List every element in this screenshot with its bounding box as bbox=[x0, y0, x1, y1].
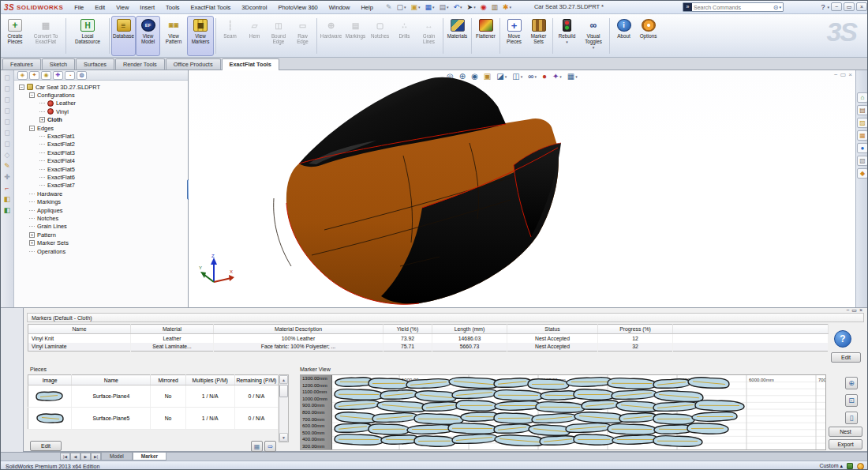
menu-tools[interactable]: Tools bbox=[161, 2, 185, 13]
sheet-nav-button[interactable]: |◀ bbox=[60, 453, 70, 461]
column-header[interactable]: Remaining (P/M) bbox=[234, 375, 278, 385]
table-row[interactable]: Surface-Plane5No1 / N/A0 / N/A bbox=[28, 408, 279, 430]
piece-grid-view-button[interactable]: ▦ bbox=[251, 441, 263, 452]
close-button[interactable]: × bbox=[856, 2, 867, 11]
column-header[interactable]: Material Description bbox=[214, 325, 383, 334]
column-header[interactable]: Name bbox=[28, 325, 131, 334]
ribbon-button-options[interactable]: Options bbox=[636, 16, 660, 56]
ribbon-button-flattener[interactable]: Flattener bbox=[473, 16, 498, 56]
menu-exactflat-tools[interactable]: ExactFlat Tools bbox=[186, 2, 236, 13]
sheet-nav-button[interactable]: ▶ bbox=[80, 453, 91, 461]
print-button[interactable]: ▤▾ bbox=[438, 3, 451, 12]
search-input[interactable] bbox=[692, 5, 773, 10]
menu-insert[interactable]: Insert bbox=[135, 2, 159, 13]
dimxpertmanager-tab-icon[interactable]: ✚ bbox=[53, 71, 63, 80]
ribbon-button-notches[interactable]: ▢Notches bbox=[368, 16, 392, 56]
ribbon-button-rebuild[interactable]: Rebuild▾ bbox=[555, 16, 579, 56]
table-row[interactable]: Vinyl LaminateSeat Laminate...Face fabri… bbox=[28, 343, 829, 352]
standard-view-cube-1-icon[interactable]: ◻ bbox=[2, 72, 13, 82]
tree-item-marker-sets[interactable]: +Marker Sets bbox=[16, 239, 188, 246]
nest-button[interactable]: Nest bbox=[829, 427, 862, 437]
marker-view-canvas[interactable]: 1300.00mm1200.00mm1100.00mm1000.00mm900.… bbox=[300, 374, 826, 450]
ribbon-button-move-pieces[interactable]: +Move Pieces bbox=[502, 16, 526, 56]
ribbon-button-convert-to-exactflat[interactable]: ▦Convert To ExactFlat bbox=[28, 16, 64, 56]
tree-item-leather[interactable]: Leather bbox=[16, 100, 188, 107]
scroll-down-icon[interactable]: ▼ bbox=[279, 433, 288, 442]
standard-view-cube-6-icon[interactable]: ◻ bbox=[2, 127, 13, 137]
tree-item-edges[interactable]: −Edges bbox=[16, 124, 188, 132]
solidworks-resources-icon[interactable]: ⌂ bbox=[857, 92, 868, 103]
tab-sketch[interactable]: Sketch bbox=[42, 58, 75, 70]
sketch-tool-icon[interactable]: ✎ bbox=[2, 160, 13, 171]
tree-item-exactflat5[interactable]: ExactFlat5 bbox=[16, 165, 188, 173]
ribbon-button-markings[interactable]: ▤Markings bbox=[343, 16, 368, 56]
select-button[interactable]: ➤▾ bbox=[466, 3, 477, 12]
standard-view-cube-8-icon[interactable]: ◇ bbox=[2, 149, 13, 160]
search-icon[interactable]: ⊙ bbox=[773, 4, 780, 11]
search-dropdown-icon[interactable]: ▾ bbox=[779, 5, 783, 9]
dropdown-icon[interactable]: ▾ bbox=[575, 74, 578, 79]
collapse-toggle-icon[interactable]: − bbox=[29, 126, 35, 131]
ribbon-button-about[interactable]: iAbout bbox=[612, 16, 636, 56]
ribbon-button-marker-sets[interactable]: Marker Sets bbox=[526, 16, 551, 56]
column-header[interactable]: Material bbox=[131, 325, 214, 334]
car-seat-model[interactable] bbox=[236, 75, 575, 306]
viewport-3d[interactable]: ◎⊕◉▣◪▾◫▾∞▾●✦▾▦▾ − ▭ × bbox=[189, 70, 855, 307]
expand-toggle-icon[interactable]: + bbox=[39, 117, 45, 122]
configurationmanager-tab-icon[interactable]: ◉ bbox=[41, 71, 51, 80]
tree-item-vinyl[interactable]: Vinyl bbox=[16, 107, 188, 115]
doc-minimize-icon[interactable]: − bbox=[834, 71, 838, 78]
tab-office-products[interactable]: Office Products bbox=[166, 58, 221, 70]
ribbon-button-hardware[interactable]: ⊕Hardware bbox=[319, 16, 343, 56]
standard-view-cube-7-icon[interactable]: ◻ bbox=[2, 138, 13, 149]
tree-item-exactflat2[interactable]: ExactFlat2 bbox=[16, 141, 188, 149]
scroll-thumb[interactable] bbox=[279, 385, 288, 397]
table-row[interactable]: Vinyl KnitLeather100% Leather73.9214686.… bbox=[28, 334, 829, 343]
dropdown-icon[interactable]: ▾ bbox=[593, 45, 595, 50]
dropdown-icon[interactable]: ▾ bbox=[404, 5, 406, 9]
restore-button[interactable]: ▭ bbox=[844, 2, 855, 11]
exactflat-cube-2-icon[interactable]: ◧ bbox=[2, 205, 13, 215]
menu-view[interactable]: View bbox=[111, 2, 133, 13]
tab-features[interactable]: Features bbox=[2, 58, 41, 70]
column-header[interactable]: Mirrored bbox=[151, 375, 185, 385]
marker-delete-button[interactable]: ▯ bbox=[845, 412, 858, 424]
exactflat-cube-1-icon[interactable]: ◧ bbox=[2, 194, 13, 204]
propertymanager-tab-icon[interactable]: ✦ bbox=[29, 71, 39, 80]
doc-restore-icon[interactable]: ▭ bbox=[840, 71, 847, 78]
sheet-nav-button[interactable]: ▶| bbox=[91, 453, 101, 461]
tree-item-car-seat-3d-27-sldprt[interactable]: −Car Seat 3D.27.SLDPRT bbox=[16, 83, 188, 91]
exactflat-manager-tab-icon[interactable]: ◍ bbox=[77, 71, 87, 80]
rebuild-button[interactable]: ◉ bbox=[479, 3, 488, 12]
table-row[interactable]: Surface-Plane4No1 / N/A0 / N/A bbox=[28, 385, 279, 408]
tab-render-tools[interactable]: Render Tools bbox=[115, 58, 165, 70]
column-header[interactable]: Yield (%) bbox=[383, 325, 432, 334]
sheet-nav-button[interactable]: ◀ bbox=[70, 453, 80, 461]
tree-item-exactflat7[interactable]: ExactFlat7 bbox=[16, 182, 188, 190]
ribbon-button-database[interactable]: ≡Database bbox=[111, 16, 136, 56]
view-palette-icon[interactable]: ▦ bbox=[857, 130, 868, 141]
help-button[interactable]: ? bbox=[834, 330, 851, 348]
ribbon-button-grain-lines[interactable]: ↔Grain Lines bbox=[417, 16, 441, 56]
custom-properties-icon[interactable]: ▧ bbox=[857, 156, 868, 166]
new-document-button[interactable]: ▢▾ bbox=[395, 3, 407, 12]
menu-edit[interactable]: Edit bbox=[90, 2, 110, 13]
dropdown-icon[interactable]: ▾ bbox=[460, 5, 462, 9]
tree-item-cloth[interactable]: +Cloth bbox=[16, 116, 188, 124]
pin-menu-button[interactable]: ✎ bbox=[384, 3, 394, 12]
dropdown-icon[interactable]: ▾ bbox=[566, 39, 568, 44]
save-button[interactable]: ▦▾ bbox=[423, 3, 436, 12]
column-header[interactable]: Progress (%) bbox=[598, 325, 673, 334]
search-box[interactable]: » ⊙ ▾ bbox=[683, 2, 784, 12]
ribbon-button-hem[interactable]: ▱Hem bbox=[242, 16, 267, 56]
tree-item-operations[interactable]: Operations bbox=[16, 247, 188, 255]
sheet-tab-marker[interactable]: Marker bbox=[133, 453, 166, 461]
tree-item-exactflat4[interactable]: ExactFlat4 bbox=[16, 157, 188, 165]
ribbon-button-view-pattern[interactable]: ▣▣View Pattern bbox=[160, 16, 187, 56]
standard-view-cube-3-icon[interactable]: ◻ bbox=[2, 94, 13, 104]
pieces-scrollbar[interactable]: ▲ ▼ bbox=[279, 374, 289, 442]
dropdown-icon[interactable]: ▾ bbox=[418, 5, 421, 9]
tree-item-hardware[interactable]: Hardware bbox=[16, 190, 188, 197]
ribbon-button-create-pieces[interactable]: +Create Pieces bbox=[2, 16, 28, 56]
featuremanager-tab-icon[interactable]: ◈ bbox=[17, 71, 28, 80]
